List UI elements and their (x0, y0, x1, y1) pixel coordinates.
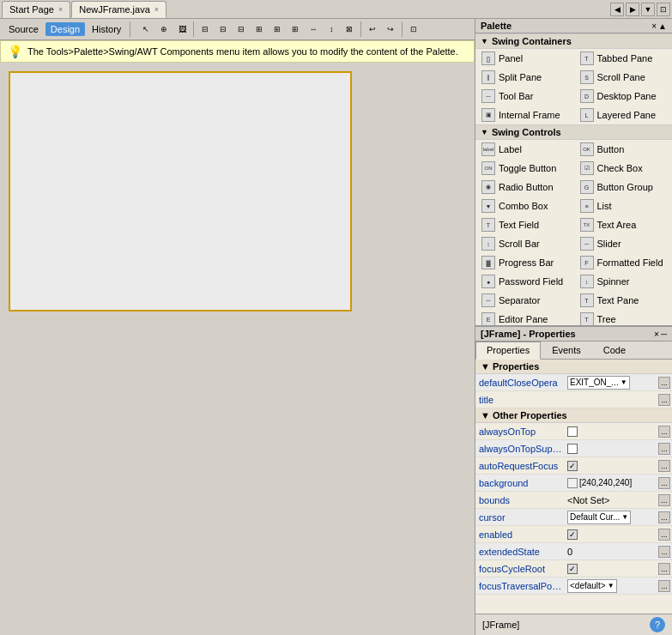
password-field-label: Password Field (499, 276, 563, 287)
prop-dropdown-focustraversal[interactable]: <default> ▼ (567, 579, 617, 593)
desktop-pane-icon: D (580, 89, 594, 103)
prop-section-collapse-other: ▼ (481, 410, 490, 420)
toolbar-align-top-btn[interactable]: ⊞ (251, 21, 268, 38)
prop-ellipsis-autorequest[interactable]: ... (658, 460, 670, 472)
properties-close-btn[interactable]: × (654, 330, 659, 339)
prop-ellipsis-focustraversal[interactable]: ... (658, 580, 670, 592)
toolbar-connect-btn[interactable]: ⊕ (155, 21, 173, 38)
toolbar-align-bottom-btn[interactable]: ⊞ (287, 21, 304, 38)
palette-item-password-field[interactable]: ● Password Field (475, 272, 574, 291)
prop-tab-events[interactable]: Events (541, 342, 592, 359)
tab-start-page-close[interactable]: × (58, 5, 63, 14)
prop-checkbox-alwaysontopsuppor[interactable] (567, 444, 578, 454)
toolbar-size-w-btn[interactable]: ↔ (305, 21, 322, 38)
tab-list-btn[interactable]: ▼ (641, 3, 655, 16)
tab-prev-btn[interactable]: ◀ (610, 3, 624, 16)
prop-ellipsis-extendedstate[interactable]: ... (658, 546, 670, 558)
properties-minimize-btn[interactable]: ─ (661, 330, 667, 339)
palette-item-panel[interactable]: [] Panel (475, 49, 574, 68)
palette-item-tool-bar[interactable]: ─ Tool Bar (475, 87, 574, 106)
toolbar-size-h-btn[interactable]: ↕ (323, 21, 340, 38)
palette-item-button-group[interactable]: G Button Group (574, 178, 673, 197)
palette-item-layered-pane[interactable]: L Layered Pane (574, 106, 673, 124)
palette-item-toggle-button[interactable]: ON Toggle Button (475, 159, 574, 178)
desktop-pane-label: Desktop Pane (597, 91, 657, 101)
prop-dropdown-arrow-defaultcloseop: ▼ (621, 378, 627, 386)
toolbar-img-btn[interactable]: 🖼 (173, 21, 191, 38)
prop-tab-properties[interactable]: Properties (475, 342, 541, 360)
toolbar-align-middle-btn[interactable]: ⊞ (269, 21, 286, 38)
info-icon: 💡 (8, 45, 22, 58)
palette-item-text-pane[interactable]: T Text Pane (574, 291, 673, 310)
tab-newjframe-close[interactable]: × (154, 5, 159, 14)
progress-bar-icon: ▓ (481, 256, 495, 269)
source-tab-source[interactable]: Source (3, 22, 44, 36)
toolbar-align-center-btn[interactable]: ⊟ (215, 21, 232, 38)
prop-dropdown-cursor[interactable]: Default Cur... ▼ (567, 511, 631, 524)
palette-item-text-field[interactable]: T Text Field (475, 215, 574, 234)
swing-controls-header[interactable]: ▼ Swing Controls (475, 124, 672, 140)
palette-item-list[interactable]: ≡ List (574, 197, 673, 215)
help-button[interactable]: ? (650, 617, 665, 632)
prop-tab-code[interactable]: Code (592, 342, 637, 359)
tab-start-page[interactable]: Start Page × (2, 1, 70, 18)
tab-maximize-btn[interactable]: ⊡ (657, 3, 670, 16)
prop-ellipsis-background[interactable]: ... (658, 477, 670, 489)
swing-controls-collapse[interactable]: ▼ (481, 128, 488, 136)
prop-ellipsis-alwaysontopsuppor[interactable]: ... (658, 443, 670, 455)
swing-containers-header[interactable]: ▼ Swing Containers (475, 33, 672, 49)
properties-title: [JFrame] - Properties (481, 329, 576, 339)
source-tab-design[interactable]: Design (45, 22, 85, 36)
prop-checkbox-enabled[interactable]: ✓ (567, 529, 578, 540)
palette-item-radio-button[interactable]: ◉ Radio Button (475, 178, 574, 197)
prop-ellipsis-defaultcloseop[interactable]: ... (658, 377, 670, 389)
palette-item-label[interactable]: label Label (475, 140, 574, 159)
toolbar-fullscreen-btn[interactable]: ⊡ (405, 21, 422, 38)
toolbar-undo-btn[interactable]: ↩ (364, 21, 381, 38)
source-tab-history[interactable]: History (87, 22, 126, 36)
palette-item-separator[interactable]: ─ Separator (475, 291, 574, 310)
palette-menu-btn[interactable]: ▲ (658, 21, 667, 31)
palette-item-button[interactable]: OK Button (574, 140, 673, 159)
prop-checkbox-alwaysontop[interactable] (567, 426, 578, 437)
palette-close-btn[interactable]: × (651, 21, 657, 31)
palette-item-tabbed-pane[interactable]: T Tabbed Pane (574, 49, 673, 68)
palette-item-progress-bar[interactable]: ▓ Progress Bar (475, 253, 574, 272)
prop-ellipsis-title[interactable]: ... (658, 394, 670, 406)
toolbar-select-btn[interactable]: ↖ (137, 21, 154, 38)
toolbar-align-left-btn[interactable]: ⊟ (197, 21, 214, 38)
canvas-frame[interactable] (9, 71, 352, 311)
palette-item-slider[interactable]: ─ Slider (574, 234, 673, 253)
palette-item-tree[interactable]: T Tree (574, 310, 673, 326)
palette-item-check-box[interactable]: ☑ Check Box (574, 159, 673, 178)
prop-checkbox-focuscycleroot[interactable]: ✓ (567, 564, 578, 574)
prop-ellipsis-enabled[interactable]: ... (658, 529, 670, 541)
tab-newjframe[interactable]: NewJFrame.java × (71, 1, 166, 18)
prop-ellipsis-cursor[interactable]: ... (658, 511, 670, 523)
palette-item-scroll-pane[interactable]: S Scroll Pane (574, 68, 673, 87)
palette-item-spinner[interactable]: ↕ Spinner (574, 272, 673, 291)
palette-item-formatted-field[interactable]: F Formatted Field (574, 253, 673, 272)
info-text: The Tools>Palette>Swing/AWT Components m… (27, 46, 458, 57)
palette-item-internal-frame[interactable]: ▣ Internal Frame (475, 106, 574, 124)
palette-item-combo-box[interactable]: ▼ Combo Box (475, 197, 574, 215)
prop-ellipsis-bounds[interactable]: ... (658, 494, 670, 506)
prop-dropdown-defaultcloseop[interactable]: EXIT_ON_... ▼ (567, 376, 630, 390)
palette-item-scroll-bar[interactable]: ↕ Scroll Bar (475, 234, 574, 253)
toolbar-align-right-btn[interactable]: ⊟ (233, 21, 250, 38)
tab-next-btn[interactable]: ▶ (626, 3, 639, 16)
toolbar-size-both-btn[interactable]: ⊠ (341, 21, 358, 38)
swing-containers-collapse[interactable]: ▼ (481, 37, 488, 45)
palette-item-editor-pane[interactable]: E Editor Pane (475, 310, 574, 326)
palette-item-text-area[interactable]: TX Text Area (574, 215, 673, 234)
button-group-icon: G (580, 180, 594, 194)
prop-row-focustraversal: focusTraversalPolicy <default> ▼ ... (475, 578, 672, 595)
palette-item-desktop-pane[interactable]: D Desktop Pane (574, 87, 673, 106)
prop-ellipsis-alwaysontop[interactable]: ... (658, 426, 670, 438)
prop-checkbox-autorequest[interactable]: ✓ (567, 461, 578, 471)
palette-item-split-pane[interactable]: ‖ Split Pane (475, 68, 574, 87)
prop-ellipsis-focuscycleroot[interactable]: ... (658, 563, 670, 575)
slider-label: Slider (597, 239, 621, 249)
toolbar-redo-btn[interactable]: ↪ (382, 21, 399, 38)
design-canvas[interactable] (0, 63, 475, 635)
